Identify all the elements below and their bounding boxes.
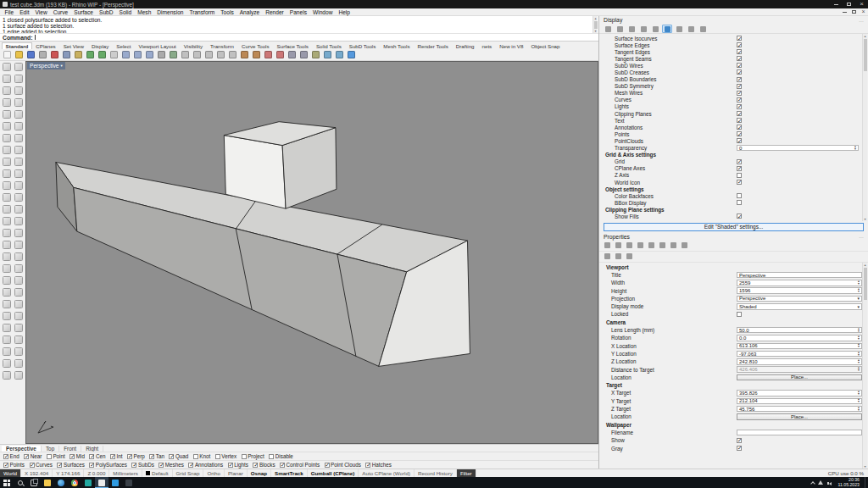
menu-item[interactable]: Transform bbox=[186, 9, 218, 15]
3d-scene[interactable] bbox=[26, 62, 598, 443]
spinner-icon[interactable] bbox=[858, 359, 860, 364]
statusbar-pane[interactable]: Grid Snap bbox=[173, 469, 204, 477]
menu-item[interactable]: Surface bbox=[71, 9, 97, 15]
side-tool-icon[interactable] bbox=[1, 144, 13, 156]
display-checkbox[interactable] bbox=[737, 200, 742, 205]
osnap-checkbox[interactable] bbox=[269, 454, 274, 459]
display-checkbox[interactable] bbox=[737, 166, 742, 171]
maximize-button[interactable] bbox=[843, 0, 855, 8]
filter-option[interactable]: Points bbox=[3, 462, 25, 468]
toolbar-icon[interactable] bbox=[73, 49, 84, 60]
taskbar-icon[interactable] bbox=[41, 477, 54, 488]
display-checkbox[interactable] bbox=[737, 42, 742, 47]
side-tool-icon[interactable] bbox=[1, 322, 13, 334]
property-field[interactable]: Shaded bbox=[737, 303, 862, 310]
toolbar-icon[interactable] bbox=[322, 49, 333, 60]
toolbar-icon[interactable] bbox=[227, 49, 238, 60]
side-tool-icon[interactable] bbox=[1, 334, 13, 346]
property-checkbox[interactable] bbox=[737, 312, 742, 317]
viewport-properties-tab[interactable] bbox=[603, 252, 612, 261]
spinner-icon[interactable] bbox=[854, 146, 856, 151]
display-checkbox[interactable] bbox=[737, 131, 742, 136]
display-checkbox[interactable] bbox=[737, 36, 742, 41]
side-tool-icon[interactable] bbox=[13, 108, 25, 120]
property-field[interactable]: 45.756 bbox=[737, 406, 862, 413]
statusbar-pane[interactable]: Y 174.166 bbox=[53, 469, 84, 477]
filter-checkbox[interactable] bbox=[3, 463, 8, 468]
property-field[interactable] bbox=[737, 430, 862, 436]
panel-tab[interactable] bbox=[626, 25, 637, 33]
property-field[interactable]: Perspective bbox=[737, 296, 862, 302]
side-tool-icon[interactable] bbox=[13, 203, 25, 215]
side-tool-icon[interactable] bbox=[1, 274, 13, 286]
command-scrollbar[interactable] bbox=[593, 16, 598, 33]
property-field[interactable]: 242.810 bbox=[737, 358, 862, 365]
osnap-checkbox[interactable] bbox=[193, 454, 198, 459]
menu-item[interactable]: Solid bbox=[116, 9, 135, 15]
filter-option[interactable]: Control Points bbox=[280, 462, 320, 468]
filter-option[interactable]: Blocks bbox=[253, 462, 275, 468]
toolbar-icon[interactable] bbox=[203, 49, 214, 60]
side-tool-icon[interactable] bbox=[1, 73, 13, 85]
osnap-option[interactable]: Mid bbox=[70, 453, 85, 459]
toolbar-icon[interactable] bbox=[108, 49, 120, 60]
menu-item[interactable]: Edit bbox=[17, 9, 32, 15]
taskbar-icon[interactable] bbox=[54, 477, 68, 488]
statusbar-pane[interactable]: World bbox=[0, 469, 21, 477]
filter-option[interactable]: Curves bbox=[30, 462, 53, 468]
side-tool-icon[interactable] bbox=[1, 132, 13, 144]
properties-tab[interactable] bbox=[603, 241, 612, 250]
display-checkbox[interactable] bbox=[737, 77, 742, 82]
filter-checkbox[interactable] bbox=[89, 463, 94, 468]
osnap-option[interactable]: Point bbox=[47, 453, 65, 459]
viewport-tab[interactable]: Perspective bbox=[2, 446, 42, 452]
osnap-checkbox[interactable] bbox=[24, 454, 29, 459]
display-checkbox[interactable] bbox=[737, 173, 742, 178]
filter-checkbox[interactable] bbox=[131, 463, 136, 468]
display-checkbox[interactable] bbox=[737, 91, 742, 96]
viewport-properties-tab[interactable] bbox=[614, 252, 623, 261]
panel-tab[interactable] bbox=[698, 25, 708, 33]
viewport-perspective[interactable]: Perspective bbox=[25, 61, 598, 444]
toolbar-icon[interactable] bbox=[144, 49, 155, 60]
filter-checkbox[interactable] bbox=[280, 463, 285, 468]
command-prompt[interactable]: Command: bbox=[0, 33, 598, 41]
taskbar-icon[interactable] bbox=[14, 477, 27, 488]
filter-checkbox[interactable] bbox=[228, 463, 233, 468]
property-field[interactable]: 212.104 bbox=[737, 398, 862, 405]
viewport-menu-arrow-icon[interactable] bbox=[60, 64, 62, 68]
side-tool-icon[interactable] bbox=[13, 286, 25, 298]
toolbar-tab[interactable]: Surface Tools bbox=[273, 42, 312, 49]
display-checkbox[interactable] bbox=[737, 193, 742, 198]
spinner-icon[interactable] bbox=[858, 280, 860, 286]
toolbar-tab[interactable]: Drafting bbox=[452, 42, 478, 49]
side-tool-icon[interactable] bbox=[1, 203, 13, 215]
viewport-tab[interactable]: Front bbox=[59, 446, 81, 452]
statusbar-pane[interactable]: X 192.404 bbox=[21, 469, 53, 477]
toolbar-icon[interactable] bbox=[49, 49, 60, 60]
osnap-option[interactable]: Quad bbox=[169, 453, 188, 459]
statusbar-pane[interactable]: Planar bbox=[225, 469, 248, 477]
menu-item[interactable]: Help bbox=[336, 9, 353, 15]
minimize-button[interactable] bbox=[830, 0, 843, 8]
spinner-icon[interactable] bbox=[858, 367, 860, 372]
filter-option[interactable]: Surfaces bbox=[57, 462, 84, 468]
spinner-icon[interactable] bbox=[858, 328, 860, 333]
side-tool-icon[interactable] bbox=[13, 168, 25, 180]
osnap-option[interactable]: Vertex bbox=[215, 453, 236, 459]
display-checkbox[interactable] bbox=[737, 97, 742, 103]
spinner-icon[interactable] bbox=[858, 288, 860, 293]
property-field[interactable]: Place... bbox=[737, 413, 862, 420]
statusbar-pane[interactable]: SmartTrack bbox=[271, 469, 308, 477]
taskbar-icon[interactable] bbox=[27, 477, 41, 488]
side-tool-icon[interactable] bbox=[1, 180, 13, 191]
side-tool-icon[interactable] bbox=[13, 239, 25, 251]
statusbar-pane[interactable]: Millimeters bbox=[109, 469, 142, 477]
side-tool-icon[interactable] bbox=[1, 227, 13, 239]
osnap-checkbox[interactable] bbox=[89, 454, 94, 459]
side-tool-icon[interactable] bbox=[1, 263, 13, 274]
taskbar-icon[interactable] bbox=[108, 477, 122, 488]
properties-tab[interactable] bbox=[636, 241, 645, 250]
side-tool-icon[interactable] bbox=[1, 346, 13, 358]
property-checkbox[interactable] bbox=[737, 446, 742, 451]
